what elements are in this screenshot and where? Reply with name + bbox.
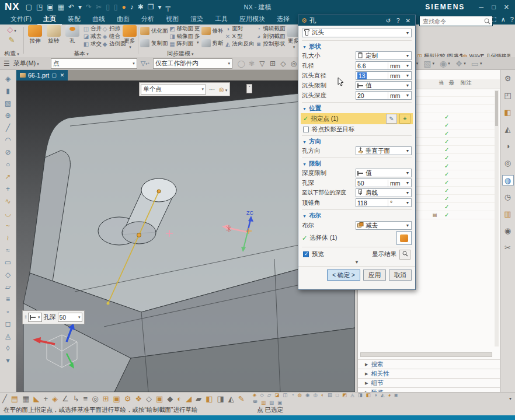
reuse-library-icon[interactable]: ◑ [502, 141, 514, 152]
ribbon-button[interactable]: ◫合并 [83, 25, 102, 33]
depth-limit-mini-select[interactable]: ▾ [28, 313, 42, 322]
pattern-set-icon[interactable]: ❖ [135, 394, 142, 403]
box-icon[interactable]: ◻ [2, 318, 14, 329]
preview-checkbox[interactable] [303, 251, 309, 257]
vector-icon[interactable]: ↳ [73, 394, 79, 403]
cb-diameter-input[interactable]: 13 mm▼ [356, 71, 412, 80]
section-boolean[interactable]: ▼布尔 [298, 212, 415, 220]
point-dialog-icon[interactable]: + [399, 114, 410, 124]
menu-tab-3[interactable]: 曲线 [86, 14, 111, 25]
hamburger-icon[interactable]: ☰ [4, 60, 10, 68]
column-latest[interactable]: 最 [449, 79, 455, 87]
depth-to-select[interactable]: 肩线▼ [356, 188, 412, 197]
redo-icon[interactable]: ↷ [86, 3, 92, 11]
layer-settings-icon[interactable]: ❖▾ [455, 59, 466, 68]
hole-type-select[interactable]: 沉头▼ [302, 29, 412, 37]
command-prediction-icon[interactable]: ● [121, 3, 126, 11]
dialog-title-bar[interactable]: ⚙ 孔 ↺ ? ✕ [298, 15, 415, 26]
helix-icon[interactable]: ≀ [2, 233, 14, 243]
panel-section-1[interactable]: ▶相关性 [358, 369, 500, 378]
spline-icon[interactable]: ∿ [2, 196, 14, 206]
mini-tool-icon-9[interactable]: ◐ [321, 393, 324, 398]
diameter-input[interactable]: 6.6 mm▼ [356, 61, 412, 70]
navigator-hscrollbar[interactable] [360, 352, 492, 357]
panel-section-2[interactable]: ▶细节 [358, 378, 500, 387]
ribbon-button[interactable]: ◔编辑截面 [256, 25, 286, 33]
mini-tool-icon-14[interactable]: ◨ [358, 393, 363, 398]
snap-grid-icon[interactable]: ⊞ [267, 60, 278, 68]
command-finder[interactable] [419, 16, 493, 26]
mini-tool-icon-11[interactable]: □ [336, 393, 339, 398]
parallelogram-icon[interactable]: ▱ [2, 282, 14, 292]
face-analysis-icon[interactable]: ◈ [52, 394, 58, 403]
menu-tab-8[interactable]: 工具 [209, 14, 234, 25]
paste-icon[interactable]: ▯ [114, 3, 118, 11]
command-finder-input[interactable] [422, 18, 484, 25]
axis-icon[interactable]: ≡ [83, 394, 88, 403]
menu-tab-4[interactable]: 曲面 [111, 14, 135, 25]
part-navigator-icon[interactable]: ◭ [502, 124, 514, 135]
ribbon-button[interactable]: 优化面 [140, 25, 168, 37]
ribbon-button[interactable]: 剪断 [201, 37, 224, 49]
more-button[interactable]: 更多▾ [123, 25, 137, 50]
hole-direction-select[interactable]: 垂直于面▼ [356, 146, 412, 155]
undo-icon[interactable]: ↶ [68, 3, 74, 11]
open-icon[interactable]: ◳ [36, 3, 43, 11]
line-icon[interactable]: ╱ [2, 123, 14, 133]
ribbon-options-icon[interactable]: ╤ [166, 3, 171, 11]
part-tab[interactable]: 66-1.prt ▢ ✕ [16, 70, 68, 80]
depth-limit-select[interactable]: 值▼ [356, 169, 412, 177]
ribbon-button[interactable]: ◧求交 [83, 40, 102, 48]
ellipse-icon[interactable]: ○ [2, 159, 14, 170]
ok-button[interactable]: < 确定 > [327, 270, 360, 281]
more-options-icon[interactable]: ··· [208, 86, 216, 93]
orange-square-icon[interactable]: ▣ [156, 394, 163, 403]
layers-icon[interactable]: ⊞ [103, 394, 109, 403]
brush-icon[interactable]: ✎ [238, 394, 245, 403]
mini-tool-icon-5[interactable]: ◔ [291, 393, 294, 398]
cone-icon[interactable]: ◬ [2, 331, 14, 341]
dialog-reset-icon[interactable]: ↺ [384, 18, 392, 24]
color-palette-icon[interactable]: ▥ [502, 209, 514, 219]
maximize-icon[interactable]: □ [492, 4, 496, 11]
mini-tool-icon-16[interactable]: ◑ [374, 393, 377, 398]
band-icon[interactable]: ▰ [196, 394, 201, 403]
ribbon-button[interactable]: 修补 [201, 25, 224, 37]
menu-tab-5[interactable]: 分析 [135, 14, 160, 25]
mini-tool-icon-7[interactable]: ◉ [305, 393, 309, 398]
point-info-icon[interactable]: + [43, 394, 48, 403]
menu-tab-2[interactable]: 装配 [62, 14, 86, 25]
close-icon[interactable]: ✕ [504, 4, 509, 11]
polygon-icon[interactable]: ◇ [2, 270, 14, 280]
ribbon-button[interactable]: ◪减去 [83, 33, 102, 40]
toolbar-grip-icon[interactable]: ▪ [246, 84, 252, 93]
ribbon-button[interactable]: ◕剖切截面 [256, 33, 286, 40]
depth-mini-input[interactable]: 50▾ [58, 313, 82, 322]
project-point-checkbox[interactable] [303, 127, 309, 132]
rectangle-icon[interactable]: ▭ [2, 257, 14, 268]
minimize-icon[interactable]: ─ [479, 4, 483, 11]
toolbar-overflow-icon[interactable]: ▾ [509, 396, 511, 401]
cb-limit-select[interactable]: 值▼ [356, 81, 412, 90]
filter-icon[interactable]: ▽↩ [141, 60, 149, 67]
mini-tool-icon-4[interactable]: ◫ [283, 393, 287, 398]
text-icon[interactable]: ≡ [2, 294, 14, 304]
wave-curve-icon[interactable]: ~ [2, 220, 14, 231]
circle-arrow-icon[interactable]: ⊘ [2, 147, 14, 158]
gear-set-icon[interactable]: ⚙ [124, 394, 131, 403]
settings-gear-icon[interactable]: ⚙ [502, 74, 514, 84]
hole-depth-input[interactable]: 50 mm▼ [356, 178, 412, 187]
section-direction[interactable]: ▼方向 [298, 138, 415, 146]
minimize-ribbon-icon[interactable]: ∧ [501, 16, 506, 23]
window-icon[interactable]: ❐ [148, 3, 154, 11]
mini-tool-icon-6[interactable]: ◍ [298, 393, 302, 398]
extract-body-icon[interactable]: ◈ [2, 74, 14, 84]
undo-dropdown-icon[interactable]: ▾ [78, 3, 82, 11]
sync-more-button[interactable]: 更多▾ [194, 25, 200, 45]
measure-icon[interactable]: ╱ [2, 394, 7, 403]
ribbon-big-button[interactable]: 旋转 [44, 25, 63, 44]
ribbon-big-button[interactable]: 孔 [63, 25, 82, 44]
ribbon-button[interactable]: ◭法向反向 [225, 40, 255, 48]
web-browser-icon[interactable]: ◍ [502, 175, 514, 186]
sketch-icon[interactable]: ✎ [9, 36, 15, 44]
